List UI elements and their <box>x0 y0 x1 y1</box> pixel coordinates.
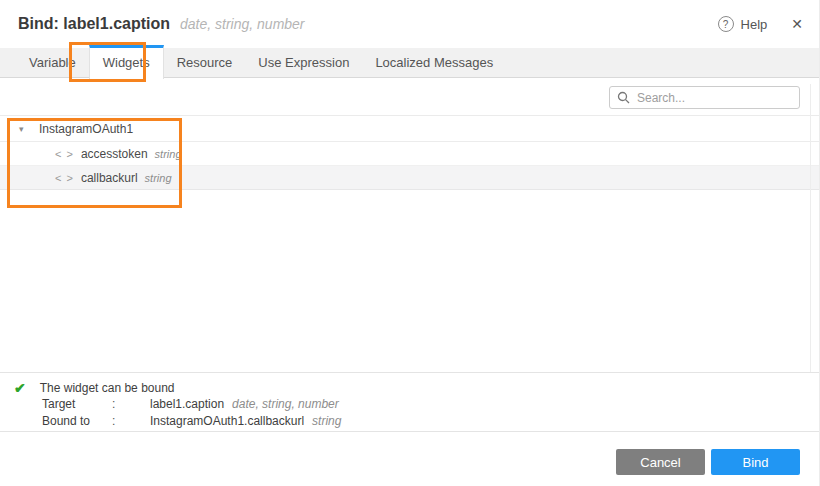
caret-down-icon[interactable]: ▾ <box>19 124 30 134</box>
tree-node-type: string <box>145 172 172 184</box>
status-message: The widget can be bound <box>40 381 175 395</box>
status-row-value-type: date, string, number <box>232 397 339 412</box>
status-row-label: Target <box>42 397 112 412</box>
search-box <box>609 86 800 109</box>
dialog-title: Bind: label1.caption <box>18 15 170 33</box>
help-link[interactable]: Help <box>741 17 768 32</box>
search-icon <box>617 91 630 104</box>
tab-bar: Variable Widgets Resource Use Expression… <box>0 48 819 78</box>
status-row-target: Target : label1.caption date, string, nu… <box>42 397 819 412</box>
dialog-header: Bind: label1.caption date, string, numbe… <box>0 0 819 48</box>
status-row-value-type: string <box>312 414 341 429</box>
tree-node-label: accesstoken <box>81 147 148 161</box>
widget-tree: ▾ InstagramOAuth1 < > accesstoken string… <box>0 115 819 190</box>
dialog-footer: Cancel Bind <box>0 431 819 486</box>
tree-row-callbackurl[interactable]: < > callbackurl string <box>0 166 819 190</box>
widgets-panel: ▾ InstagramOAuth1 < > accesstoken string… <box>0 78 819 372</box>
status-row-bound-to: Bound to : InstagramOAuth1.callbackurl s… <box>42 414 819 429</box>
code-brackets-icon: < > <box>55 172 74 184</box>
close-icon[interactable]: ✕ <box>791 16 803 32</box>
cancel-button[interactable]: Cancel <box>616 449 705 475</box>
bind-button[interactable]: Bind <box>711 449 800 475</box>
tree-node-type: string <box>155 148 182 160</box>
status-row-colon: : <box>112 397 150 412</box>
status-row-value: label1.caption <box>150 397 224 412</box>
dialog-title-types: date, string, number <box>180 16 305 32</box>
status-row-label: Bound to <box>42 414 112 429</box>
scroll-track <box>810 84 811 372</box>
tree-node-label: InstagramOAuth1 <box>39 122 133 136</box>
help-icon[interactable]: ? <box>718 16 734 32</box>
bind-dialog: Bind: label1.caption date, string, numbe… <box>0 0 820 486</box>
status-row-colon: : <box>112 414 150 429</box>
search-input[interactable] <box>609 86 800 109</box>
tree-row-instagramoauth1[interactable]: ▾ InstagramOAuth1 <box>0 116 819 142</box>
tab-widgets[interactable]: Widgets <box>89 45 164 79</box>
tree-node-label: callbackurl <box>81 171 138 185</box>
tab-variable[interactable]: Variable <box>16 48 89 78</box>
tab-use-expression[interactable]: Use Expression <box>245 48 362 78</box>
tab-localized-messages[interactable]: Localized Messages <box>362 48 506 78</box>
tab-resource[interactable]: Resource <box>164 48 246 78</box>
code-brackets-icon: < > <box>55 148 74 160</box>
tree-row-accesstoken[interactable]: < > accesstoken string <box>0 142 819 166</box>
status-section: ✔ The widget can be bound Target : label… <box>0 372 819 431</box>
status-row-value: InstagramOAuth1.callbackurl <box>150 414 304 429</box>
check-icon: ✔ <box>14 382 26 394</box>
